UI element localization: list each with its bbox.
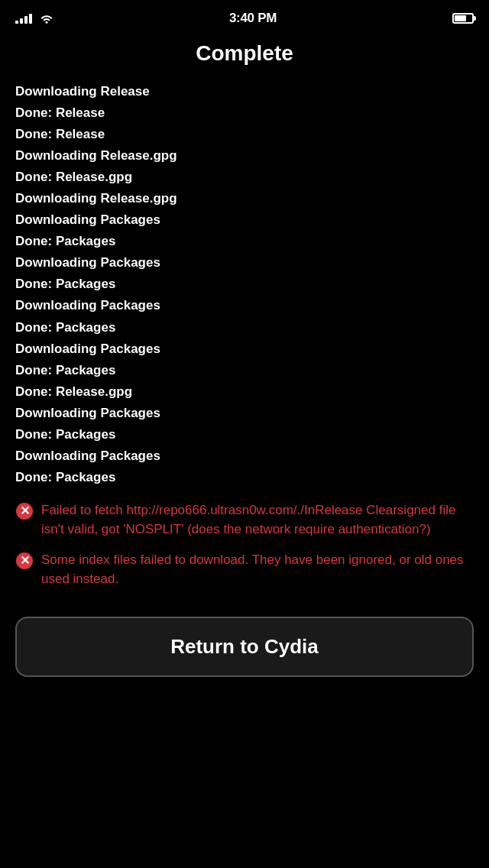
log-line: Done: Packages: [15, 317, 474, 338]
return-to-cydia-button[interactable]: Return to Cydia: [15, 617, 474, 677]
log-line: Downloading Release.gpg: [15, 188, 474, 209]
log-line: Downloading Packages: [15, 403, 474, 424]
error-section-1: ✕ Failed to fetch http://repo666.ultrasn…: [0, 496, 489, 544]
log-line: Done: Release: [15, 124, 474, 145]
log-line: Done: Release.gpg: [15, 167, 474, 188]
status-right: [452, 13, 474, 24]
log-line: Done: Release: [15, 102, 474, 124]
battery-fill: [455, 15, 466, 21]
status-time: 3:40 PM: [229, 11, 277, 26]
status-bar: 3:40 PM: [0, 0, 489, 34]
wifi-icon: [40, 13, 53, 24]
log-line: Downloading Packages: [15, 252, 474, 274]
error-icon-2: ✕: [15, 552, 34, 570]
log-line: Done: Packages: [15, 424, 474, 445]
error-text-2: Some index files failed to download. The…: [41, 550, 474, 589]
log-line: Downloading Packages: [15, 338, 474, 360]
log-line: Done: Packages: [15, 274, 474, 295]
error-section-2: ✕ Some index files failed to download. T…: [0, 546, 489, 594]
svg-text:✕: ✕: [20, 554, 30, 567]
return-button-wrapper: Return to Cydia: [0, 601, 489, 700]
log-line: Done: Release.gpg: [15, 381, 474, 403]
error-text-1: Failed to fetch http://repo666.ultrasn0w…: [41, 500, 474, 539]
log-line: Downloading Packages: [15, 295, 474, 316]
log-line: Done: Packages: [15, 360, 474, 381]
log-line: Downloading Release: [15, 81, 474, 102]
battery-icon: [452, 13, 474, 24]
log-line: Downloading Packages: [15, 209, 474, 231]
log-line: Downloading Release.gpg: [15, 145, 474, 167]
log-line: Done: Packages: [15, 467, 474, 488]
svg-point-0: [46, 21, 48, 24]
log-area: Downloading ReleaseDone: ReleaseDone: Re…: [0, 78, 489, 494]
svg-text:✕: ✕: [20, 504, 30, 517]
log-line: Downloading Packages: [15, 445, 474, 467]
log-line: Done: Packages: [15, 231, 474, 252]
error-icon-1: ✕: [15, 502, 34, 520]
page-title: Complete: [0, 34, 489, 78]
status-left: [15, 13, 53, 24]
signal-bars-icon: [15, 14, 32, 24]
